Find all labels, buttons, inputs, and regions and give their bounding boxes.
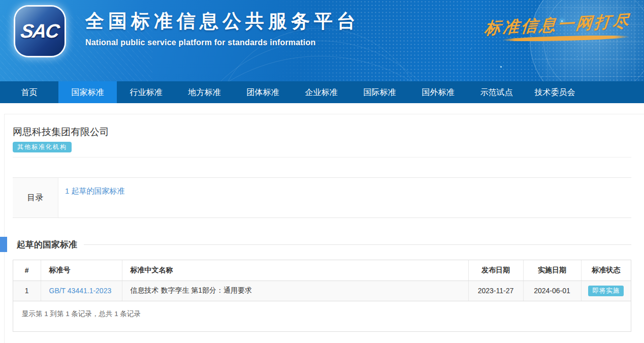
toc-label: 目录: [13, 178, 58, 217]
sac-logo-text: SAC: [19, 20, 60, 42]
table-record-summary: 显示第 1 到第 1 条记录，总共 1 条记录: [13, 301, 631, 331]
status-badge: 即将实施: [588, 286, 624, 296]
section-rule-line: [84, 244, 631, 245]
site-banner: SAC 全国标准信息公共服务平台 National public service…: [0, 0, 644, 81]
standard-number-link[interactable]: GB/T 43441.1-2023: [49, 287, 112, 295]
section-title: 起草的国家标准: [17, 239, 77, 251]
table-header-row: # 标准号 标准中文名称 发布日期 实施日期 标准状态: [13, 260, 631, 280]
site-titles: 全国标准信息公共服务平台 National public service pla…: [85, 9, 360, 47]
column-header-publish-date: 发布日期: [468, 260, 523, 280]
nav-tab-international-standards[interactable]: 国际标准: [350, 81, 409, 103]
nav-tab-industry-standards[interactable]: 行业标准: [117, 81, 175, 103]
column-header-implement-date: 实施日期: [523, 260, 581, 280]
column-header-index: #: [13, 260, 41, 280]
divider: [13, 157, 631, 158]
page-content: 网思科技集团有限公司 其他标准化机构 目录 1 起草的国家标准 起草的国家标准 …: [0, 103, 644, 343]
nav-tab-group-standards[interactable]: 团体标准: [234, 81, 292, 103]
publish-date: 2023-11-27: [468, 280, 523, 301]
standard-name: 信息技术 数字孪生 第1部分：通用要求: [122, 280, 468, 301]
table-row: 1 GB/T 43441.1-2023 信息技术 数字孪生 第1部分：通用要求 …: [13, 280, 631, 301]
organization-type-badge: 其他标准化机构: [13, 142, 72, 152]
column-header-status: 标准状态: [581, 260, 631, 280]
nav-tab-enterprise-standards[interactable]: 企业标准: [292, 81, 350, 103]
nav-tab-pilot-demos[interactable]: 示范试点: [467, 81, 526, 103]
site-title-english: National public service platform for sta…: [85, 38, 360, 47]
implement-date: 2024-06-01: [523, 280, 581, 301]
site-title-chinese: 全国标准信息公共服务平台: [85, 9, 360, 34]
sac-logo[interactable]: SAC: [15, 7, 65, 56]
nav-tab-home[interactable]: 首页: [0, 81, 58, 103]
standards-table: # 标准号 标准中文名称 发布日期 实施日期 标准状态 1 GB/T 43441…: [13, 260, 631, 301]
column-header-standard-number: 标准号: [41, 260, 122, 280]
column-header-standard-name: 标准中文名称: [122, 260, 468, 280]
nav-tab-technical-committees[interactable]: 技术委员会: [526, 81, 584, 103]
nav-tab-foreign-standards[interactable]: 国外标准: [409, 81, 467, 103]
section-accent-bar: [0, 237, 7, 252]
row-index: 1: [13, 280, 41, 301]
organization-name: 网思科技集团有限公司: [13, 126, 631, 139]
section-header: 起草的国家标准: [13, 237, 631, 252]
toc-link-drafted-national-standards[interactable]: 1 起草的国家标准: [65, 186, 125, 195]
nav-tab-local-standards[interactable]: 地方标准: [175, 81, 234, 103]
nav-tab-national-standards[interactable]: 国家标准: [58, 81, 117, 103]
main-navigation: 首页 国家标准 行业标准 地方标准 团体标准 企业标准 国际标准 国外标准 示范…: [0, 81, 644, 103]
table-of-contents: 目录 1 起草的国家标准: [13, 177, 631, 218]
standards-table-container: # 标准号 标准中文名称 发布日期 实施日期 标准状态 1 GB/T 43441…: [13, 260, 631, 332]
